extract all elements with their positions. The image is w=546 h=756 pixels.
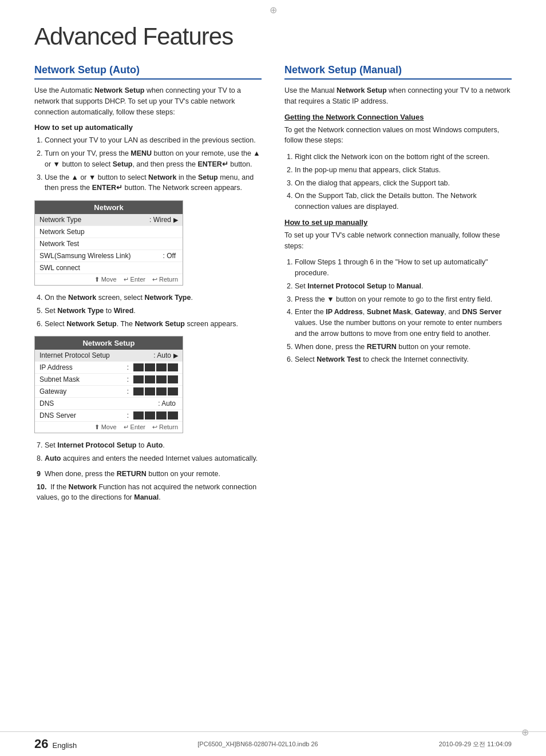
footer-left: 26 English [34,737,77,751]
list-item: In the pop-up menu that appears, click S… [295,165,512,176]
right-section-heading: Network Setup (Manual) [284,64,512,80]
list-item: On the Network screen, select Network Ty… [45,292,262,303]
list-item: Enter the IP Address, Subnet Mask, Gatew… [295,307,512,339]
network-box-title: Network [35,201,183,214]
list-item: Select Network Test to check the Interne… [295,354,512,365]
network-setup-box-row: Subnet Mask : [35,374,183,386]
manual-setup-intro: To set up your TV's cable network connec… [284,230,512,252]
footer-bar: 26 English [PC6500_XH]BN68-02807H-02L10.… [0,731,546,756]
list-item: Set Internet Protocol Setup to Auto. [45,440,262,451]
left-sub-heading: How to set up automatically [34,123,262,132]
manual-steps-list: Follow Steps 1 through 6 in the "How to … [284,257,512,365]
page-language: English [53,741,77,750]
page: ⊕ Advanced Features Network Setup (Auto)… [0,0,546,756]
footer-file-info: [PC6500_XH]BN68-02807H-02L10.indb 26 [197,741,318,747]
list-item: Select Network Setup. The Network Setup … [45,319,262,330]
right-column: Network Setup (Manual) Use the Manual Ne… [284,64,512,503]
list-item: On the Support Tab, click the Details bu… [295,191,512,212]
right-intro: Use the Manual Network Setup when connec… [284,85,512,107]
left-column: Network Setup (Auto) Use the Automatic N… [34,64,262,503]
list-item: Follow Steps 1 through 6 in the "How to … [295,257,512,279]
left-steps-7-10: Set Internet Protocol Setup to Auto. Aut… [34,440,262,464]
network-box-row: SWL connect [35,262,183,274]
list-item: Use the ▲ or ▼ button to select Network … [45,172,262,194]
list-item: Auto acquires and enters the needed Inte… [45,453,262,464]
list-item: Set Internet Protocol Setup to Manual. [295,281,512,292]
step-9: 9 When done, press the RETURN button on … [34,469,262,480]
left-section-heading: Network Setup (Auto) [34,64,262,80]
list-item: On the dialog that appears, click the Su… [295,178,512,189]
network-box-row: Network Type : Wired ▶ [35,214,183,226]
network-setup-box-title: Network Setup [35,337,183,350]
getting-values-intro: To get the Network connection values on … [284,125,512,147]
list-item: Turn on your TV, press the MENU button o… [45,148,262,170]
network-setup-box-footer: ⬆ Move ↵ Enter ↩ Return [35,422,183,433]
left-steps-list-continued: On the Network screen, select Network Ty… [34,292,262,329]
network-box-row: Network Test [35,238,183,250]
footer-timestamp: 2010-09-29 오전 11:04:09 [439,740,512,749]
page-number: 26 [34,737,48,751]
network-setup-box-row: Gateway : [35,386,183,398]
network-setup-box-row: IP Address : [35,362,183,374]
network-box: Network Network Type : Wired ▶ Network S… [34,200,183,286]
getting-steps-list: Right click the Network icon on the bott… [284,152,512,212]
list-item: Set Network Type to Wired. [45,306,262,316]
network-box-footer: ⬆ Move ↵ Enter ↩ Return [35,274,183,285]
list-item: Press the ▼ button on your remote to go … [295,294,512,305]
network-setup-box-row: DNS Server : [35,410,183,422]
step-10: 10. If the Network Function has not acqu… [34,482,262,504]
left-intro: Use the Automatic Network Setup when con… [34,85,262,117]
list-item: When done, press the RETURN button on yo… [295,342,512,353]
network-setup-box-row: DNS : Auto [35,398,183,410]
list-item: Right click the Network icon on the bott… [295,152,512,163]
getting-values-heading: Getting the Network Connection Values [284,113,512,121]
network-setup-box-row: Internet Protocol Setup : Auto ▶ [35,350,183,362]
manual-setup-heading: How to set up manually [284,218,512,227]
network-box-row: SWL(Samsung Wireless Link) : Off [35,250,183,262]
network-setup-box: Network Setup Internet Protocol Setup : … [34,336,183,433]
two-column-layout: Network Setup (Auto) Use the Automatic N… [34,64,512,503]
network-box-row: Network Setup [35,226,183,238]
top-center-mark: ⊕ [270,5,277,15]
left-steps-list: Connect your TV to your LAN as described… [34,135,262,193]
list-item: Connect your TV to your LAN as described… [45,135,262,146]
page-title: Advanced Features [34,23,512,50]
